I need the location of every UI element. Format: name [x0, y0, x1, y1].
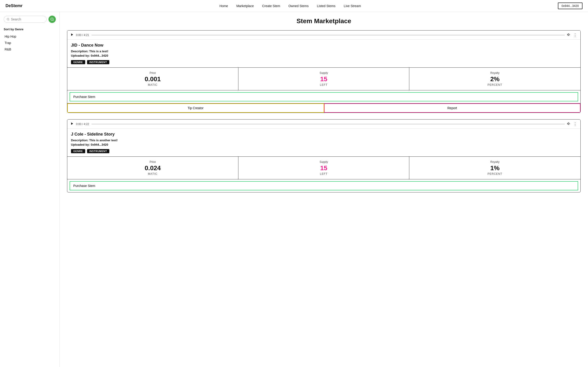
search-input[interactable] [11, 17, 44, 21]
nav-owned-stems[interactable]: Owned Stems [288, 4, 309, 8]
stem-tags-2: GENRE INSTRUMENT [71, 149, 577, 153]
price-cell-2: Price 0.024 MATIC [67, 157, 238, 179]
supply-cell-1: Supply 15 LEFT [238, 68, 409, 90]
stem-actions-2: Purchase Stem [67, 179, 580, 192]
search-icon [7, 18, 9, 21]
tag-genre-1: GENRE [71, 60, 85, 64]
progress-bar-2[interactable] [91, 124, 565, 125]
price-cell-1: Price 0.001 MATIC [67, 68, 238, 90]
stem-title-2: J Cole - Sideline Story [71, 132, 577, 137]
audio-player-2: 0:00 / 4:22 ⋮ [67, 119, 580, 129]
progress-bar-1[interactable] [91, 35, 565, 35]
stem-uploader-1: Uploaded by: 0x944...3420 [71, 54, 577, 57]
navbar: DeStemr Home Marketplace Create Stem Own… [0, 0, 588, 12]
report-button-1[interactable]: Report [324, 103, 581, 113]
stem-tags-1: GENRE INSTRUMENT [71, 60, 577, 64]
tip-report-row-1: Tip Creator Report [67, 103, 580, 113]
play-button-1[interactable] [70, 33, 74, 37]
tag-instrument-2: INSTRUMENT [87, 149, 109, 153]
svg-marker-5 [567, 33, 569, 35]
stem-description-1: Description: This is a test! [71, 50, 577, 53]
genre-hip-hop[interactable]: Hip Hop [4, 33, 56, 40]
search-input-wrap [4, 16, 47, 23]
purchase-btn-wrap-2: Purchase Stem [67, 179, 580, 192]
purchase-stem-button-2[interactable]: Purchase Stem [69, 181, 578, 190]
main-content: Stem Marketplace 0:00 / 4:21 ⋮ [60, 12, 588, 367]
sort-label: Sort by Genre [4, 27, 56, 31]
svg-marker-4 [71, 33, 73, 36]
nav-live-stream[interactable]: Live Stream [344, 4, 361, 8]
search-submit-button[interactable] [48, 16, 56, 23]
nav-marketplace[interactable]: Marketplace [236, 4, 254, 8]
stem-stats-1: Price 0.001 MATIC Supply 15 LEFT Royalty… [67, 67, 580, 90]
stem-title-1: JID - Dance Now [71, 43, 577, 48]
audio-player-1: 0:00 / 4:21 ⋮ [67, 31, 580, 40]
stem-info-1: JID - Dance Now Description: This is a t… [67, 40, 580, 67]
svg-marker-7 [567, 123, 569, 125]
sidebar: Sort by Genre Hip Hop Trap R&B [0, 12, 60, 367]
tag-instrument-1: INSTRUMENT [87, 60, 109, 64]
time-label-2: 0:00 / 4:22 [76, 123, 89, 126]
royalty-cell-1: Royalty 2% PERCENT [409, 68, 580, 90]
stem-card-2: 0:00 / 4:22 ⋮ J Cole - Sideline Story De… [67, 119, 581, 192]
stem-card-1: 0:00 / 4:21 ⋮ JID - Dance Now Descriptio… [67, 30, 581, 113]
stem-actions-1: Purchase Stem Tip Creator Report [67, 90, 580, 113]
svg-point-2 [51, 18, 53, 20]
logo: DeStemr [6, 3, 23, 8]
more-icon-2[interactable]: ⋮ [573, 122, 577, 126]
time-label-1: 0:00 / 4:21 [76, 33, 89, 37]
search-submit-icon [50, 17, 54, 21]
search-bar [4, 16, 56, 23]
volume-icon-2[interactable] [567, 122, 571, 126]
stem-stats-2: Price 0.024 MATIC Supply 15 LEFT Royalty… [67, 156, 580, 179]
tag-genre-2: GENRE [71, 149, 85, 153]
wallet-address[interactable]: 0x944...3420 [558, 2, 582, 9]
more-icon-1[interactable]: ⋮ [573, 33, 577, 37]
svg-marker-6 [71, 123, 73, 125]
stem-info-2: J Cole - Sideline Story Description: Thi… [67, 129, 580, 156]
nav-create-stem[interactable]: Create Stem [262, 4, 280, 8]
purchase-stem-button-1[interactable]: Purchase Stem [69, 92, 578, 101]
tip-creator-button-1[interactable]: Tip Creator [67, 103, 324, 113]
purchase-btn-wrap-1: Purchase Stem [67, 90, 580, 103]
stem-description-2: Description: This is another test! [71, 139, 577, 142]
nav-links: Home Marketplace Create Stem Owned Stems… [220, 4, 361, 8]
nav-home[interactable]: Home [220, 4, 228, 8]
royalty-cell-2: Royalty 1% PERCENT [409, 157, 580, 179]
svg-point-0 [7, 18, 9, 20]
svg-line-1 [9, 20, 9, 20]
play-button-2[interactable] [70, 122, 74, 126]
volume-icon-1[interactable] [567, 33, 571, 37]
page-layout: Sort by Genre Hip Hop Trap R&B Stem Mark… [0, 12, 588, 367]
stem-uploader-2: Uploaded by: 0x944...3420 [71, 143, 577, 146]
page-title: Stem Marketplace [67, 17, 581, 25]
svg-line-3 [53, 20, 53, 21]
supply-cell-2: Supply 15 LEFT [238, 157, 409, 179]
nav-listed-stems[interactable]: Listed Stems [317, 4, 336, 8]
genre-rnb[interactable]: R&B [4, 46, 56, 52]
genre-trap[interactable]: Trap [4, 40, 56, 46]
